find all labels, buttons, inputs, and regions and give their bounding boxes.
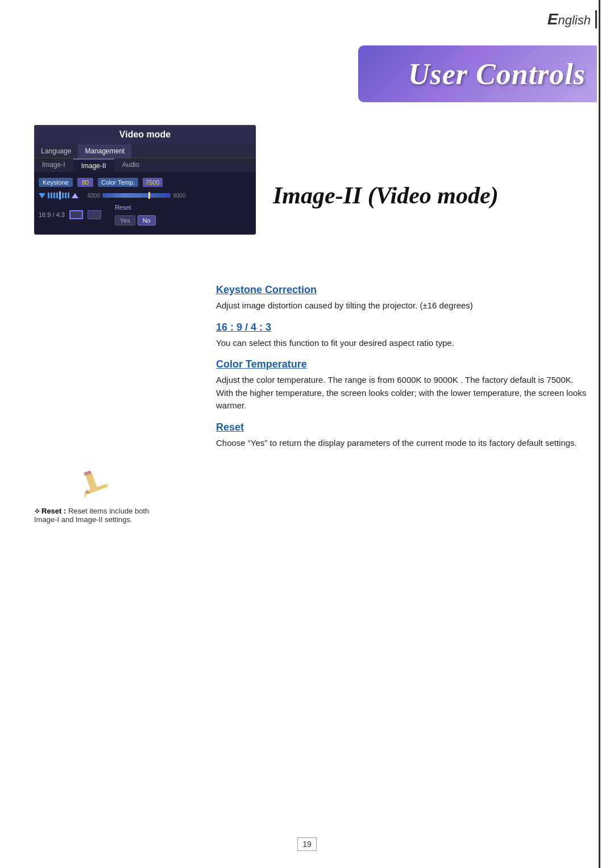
tab-language[interactable]: Language — [34, 144, 78, 158]
section-aspect: 16 : 9 / 4 : 3 You can select this funct… — [216, 322, 591, 350]
keystone-label: Keystone — [39, 178, 73, 187]
keystone-down-arrow — [39, 193, 45, 198]
color-temp-gradient-bar — [102, 193, 171, 198]
reset-body: Choose “Yes” to return the display param… — [216, 437, 591, 450]
panel-body: Keystone 80 Color Temp. 7500 — [34, 172, 256, 235]
keystone-slider-bar — [48, 191, 69, 199]
aspect-icon-wide[interactable] — [69, 210, 83, 219]
bottom-tabs-row: Image-I Image-II Audio — [34, 158, 256, 172]
keystone-row: Keystone 80 Color Temp. 7500 — [39, 178, 251, 187]
language-cap: E — [547, 10, 558, 28]
tick-8 — [68, 193, 69, 198]
note-box: ❖Reset : Reset items include both Image-… — [34, 466, 159, 524]
page-number: 19 — [297, 837, 317, 851]
tick-6 — [62, 193, 64, 198]
aspect-heading: 16 : 9 / 4 : 3 — [216, 322, 591, 333]
note-text: ❖Reset : Reset items include both Image-… — [34, 507, 159, 524]
language-label: English — [547, 10, 597, 28]
pencil-icon — [34, 466, 159, 502]
aspect-row: 16:9 / 4:3 Reset Yes No — [39, 204, 251, 226]
right-border — [599, 0, 600, 868]
tab-image-i[interactable]: Image-I — [34, 158, 73, 172]
color-temp-high: 9000 — [173, 193, 185, 199]
aspect-body: You can select this function to fit your… — [216, 337, 591, 350]
keystone-slider — [39, 191, 78, 199]
color-temp-low: 6000 — [88, 193, 100, 199]
keystone-value: 80 — [77, 178, 93, 187]
diamond-bullet: ❖ — [34, 507, 40, 515]
keystone-up-arrow — [72, 193, 78, 198]
keystone-body: Adjust image distortion caused by tiltin… — [216, 299, 591, 312]
user-controls-banner: User Controls — [358, 45, 597, 102]
tick-3 — [53, 193, 55, 198]
tick-2 — [51, 193, 52, 198]
tick-4 — [56, 193, 58, 198]
top-tabs-row: Language Management — [34, 144, 256, 158]
color-temp-range-row: 6000 9000 — [88, 193, 186, 199]
tick-1 — [48, 193, 49, 198]
section-keystone: Keystone Correction Adjust image distort… — [216, 284, 591, 312]
image-ii-section-title: Image-II (Video mode) — [273, 182, 499, 209]
note-label: Reset : — [42, 507, 66, 515]
video-mode-title: Video mode — [34, 125, 256, 144]
btn-yes[interactable]: Yes — [115, 215, 135, 226]
reset-area: Reset Yes No — [115, 204, 156, 226]
color-temp-value: 7500 — [143, 178, 162, 187]
tick-5 — [59, 191, 61, 199]
aspect-icon-standard[interactable] — [88, 210, 101, 219]
color-temp-body: Adjust the color temperature. The range … — [216, 374, 591, 412]
color-temp-label: Color Temp. — [98, 178, 138, 187]
video-panel: Video mode Language Management Image-I I… — [34, 125, 256, 235]
btn-no[interactable]: No — [138, 215, 156, 226]
tab-management[interactable]: Management — [78, 144, 131, 158]
reset-label: Reset — [115, 204, 156, 211]
color-temp-marker — [148, 192, 150, 199]
user-controls-title: User Controls — [408, 57, 586, 91]
svg-marker-3 — [84, 494, 87, 498]
tick-7 — [65, 193, 67, 198]
keystone-heading: Keystone Correction — [216, 284, 591, 296]
reset-heading: Reset — [216, 422, 591, 433]
reset-buttons: Yes No — [115, 215, 156, 226]
aspect-label: 16:9 / 4:3 — [39, 211, 65, 218]
color-temp-slider-area: 6000 9000 — [88, 193, 186, 199]
section-color-temp: Color Temperature Adjust the color tempe… — [216, 358, 591, 412]
color-temp-heading: Color Temperature — [216, 358, 591, 370]
keystone-slider-row: 6000 9000 — [39, 191, 251, 199]
tab-image-ii[interactable]: Image-II — [73, 158, 114, 172]
tab-audio[interactable]: Audio — [114, 158, 148, 172]
section-reset: Reset Choose “Yes” to return the display… — [216, 422, 591, 450]
content-area: Keystone Correction Adjust image distort… — [216, 284, 591, 458]
